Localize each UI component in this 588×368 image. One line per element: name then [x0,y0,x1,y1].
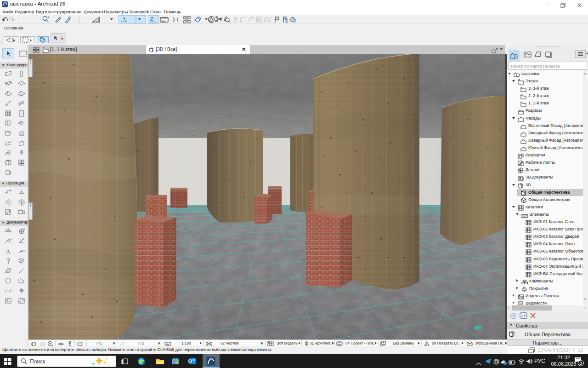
svg-text:1.2: 1.2 [23,228,25,230]
svg-text:A: A [6,248,11,254]
svg-text:α: α [23,238,24,240]
svg-text:1.3: 1.3 [10,238,12,240]
svg-text:A1: A1 [21,249,25,253]
svg-text:i: i [505,362,505,365]
svg-text:1.2: 1.2 [6,228,10,230]
svg-text:12: 12 [162,19,165,22]
